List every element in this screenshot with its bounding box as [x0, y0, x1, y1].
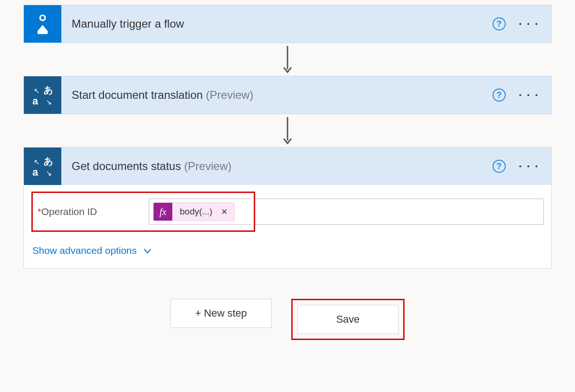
flow-step-start-translation: ↖あa↘ Start document translation (Preview…: [23, 76, 552, 114]
step-header-status[interactable]: ↖あa↘ Get documents status (Preview) ? · …: [24, 148, 551, 185]
expression-token[interactable]: fx body(...) ✕: [153, 202, 235, 221]
svg-text:↘: ↘: [46, 98, 52, 106]
help-icon[interactable]: ?: [493, 17, 506, 30]
translate-icon: ↖あa↘: [24, 76, 61, 114]
svg-text:↖: ↖: [34, 158, 40, 166]
svg-text:↘: ↘: [46, 169, 52, 177]
trigger-icon: [24, 5, 61, 43]
more-icon[interactable]: · · ·: [519, 160, 539, 173]
footer-buttons: + New step Save: [170, 299, 405, 340]
step-body: *Operation ID fx body(...) ✕ Show ad: [24, 185, 551, 268]
save-button[interactable]: Save: [297, 305, 398, 334]
svg-point-0: [40, 15, 45, 21]
token-label: body(...): [172, 207, 219, 217]
chevron-down-icon: [143, 246, 152, 255]
connector-arrow: [280, 43, 295, 76]
svg-text:あ: あ: [44, 85, 53, 95]
translate-icon: ↖あa↘: [24, 148, 61, 185]
param-label: *Operation ID: [37, 206, 149, 217]
step-header-trigger[interactable]: Manually trigger a flow ? · · ·: [24, 5, 551, 43]
fx-icon: fx: [154, 202, 172, 221]
help-icon[interactable]: ?: [493, 89, 506, 102]
new-step-button[interactable]: + New step: [170, 299, 272, 328]
show-advanced-options[interactable]: Show advanced options: [31, 245, 152, 256]
svg-text:あ: あ: [44, 156, 53, 166]
operation-id-input-rest[interactable]: [255, 199, 544, 225]
more-icon[interactable]: · · ·: [519, 17, 539, 30]
svg-text:a: a: [32, 95, 38, 107]
step-title: Manually trigger a flow: [61, 17, 493, 30]
flow-step-trigger: Manually trigger a flow ? · · ·: [23, 5, 552, 43]
svg-text:a: a: [32, 166, 38, 178]
operation-id-input[interactable]: fx body(...) ✕: [149, 199, 251, 225]
flow-step-get-status: ↖あa↘ Get documents status (Preview) ? · …: [23, 147, 552, 269]
help-icon[interactable]: ?: [493, 160, 506, 173]
connector-arrow: [280, 114, 295, 147]
step-header-start[interactable]: ↖あa↘ Start document translation (Preview…: [24, 76, 551, 114]
more-icon[interactable]: · · ·: [519, 89, 539, 102]
svg-text:↖: ↖: [34, 87, 40, 95]
save-highlight: Save: [291, 299, 405, 340]
step-title: Get documents status (Preview): [61, 160, 493, 173]
step-title: Start document translation (Preview): [61, 89, 493, 102]
token-remove[interactable]: ✕: [219, 207, 234, 217]
